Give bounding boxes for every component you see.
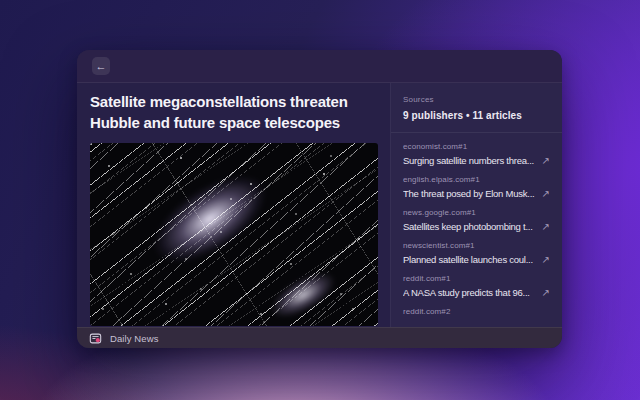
source-item[interactable]: economist.com#1 Surging satellite number… <box>403 142 550 166</box>
card-footer: Daily News <box>77 327 562 348</box>
back-arrow-icon: ← <box>96 57 107 75</box>
source-domain: reddit.com#2 <box>403 307 550 316</box>
article-title-line-2: Hubble and future space telescopes <box>90 112 378 133</box>
back-button[interactable]: ← <box>92 57 110 75</box>
external-link-icon: ↗ <box>542 254 550 265</box>
desktop-background: ← Satellite megaconstellations threaten … <box>0 0 640 400</box>
sources-title: Sources <box>403 95 550 104</box>
card-header: ← <box>77 50 562 83</box>
source-domain: english.elpais.com#1 <box>403 175 550 184</box>
source-item[interactable]: reddit.com#2 <box>403 307 550 320</box>
article-column: Satellite megaconstellations threaten Hu… <box>77 83 391 327</box>
news-card: ← Satellite megaconstellations threaten … <box>77 50 562 348</box>
source-item[interactable]: english.elpais.com#1 The threat posed by… <box>403 175 550 199</box>
external-link-icon: ↗ <box>542 287 550 298</box>
daily-news-app-icon <box>89 332 102 345</box>
source-headline: Planned satellite launches coul... <box>403 254 536 265</box>
source-item[interactable]: news.google.com#1 Satellites keep photob… <box>403 208 550 232</box>
source-headline: A NASA study predicts that 96... <box>403 287 536 298</box>
article-hero-image[interactable] <box>90 143 378 326</box>
source-item[interactable]: newscientist.com#1 Planned satellite lau… <box>403 241 550 265</box>
image-vignette <box>90 143 378 326</box>
external-link-icon: ↗ <box>542 188 550 199</box>
external-link-icon: ↗ <box>542 155 550 166</box>
external-link-icon: ↗ <box>542 221 550 232</box>
source-domain: reddit.com#1 <box>403 274 550 283</box>
source-domain: economist.com#1 <box>403 142 550 151</box>
sources-list: economist.com#1 Surging satellite number… <box>391 133 562 327</box>
source-domain: news.google.com#1 <box>403 208 550 217</box>
sources-header: Sources 9 publishers • 11 articles <box>391 83 562 133</box>
sources-summary: 9 publishers • 11 articles <box>403 110 550 121</box>
source-headline: The threat posed by Elon Musk... <box>403 188 536 199</box>
source-domain: newscientist.com#1 <box>403 241 550 250</box>
source-headline: Satellites keep photobombing t... <box>403 221 536 232</box>
article-title-line-1: Satellite megaconstellations threaten <box>90 91 378 112</box>
source-item[interactable]: reddit.com#1 A NASA study predicts that … <box>403 274 550 298</box>
source-headline: Surging satellite numbers threa... <box>403 155 536 166</box>
sources-panel: Sources 9 publishers • 11 articles econo… <box>391 83 562 327</box>
article-title: Satellite megaconstellations threaten Hu… <box>90 91 378 133</box>
app-name-label: Daily News <box>110 333 159 344</box>
card-body: Satellite megaconstellations threaten Hu… <box>77 83 562 327</box>
